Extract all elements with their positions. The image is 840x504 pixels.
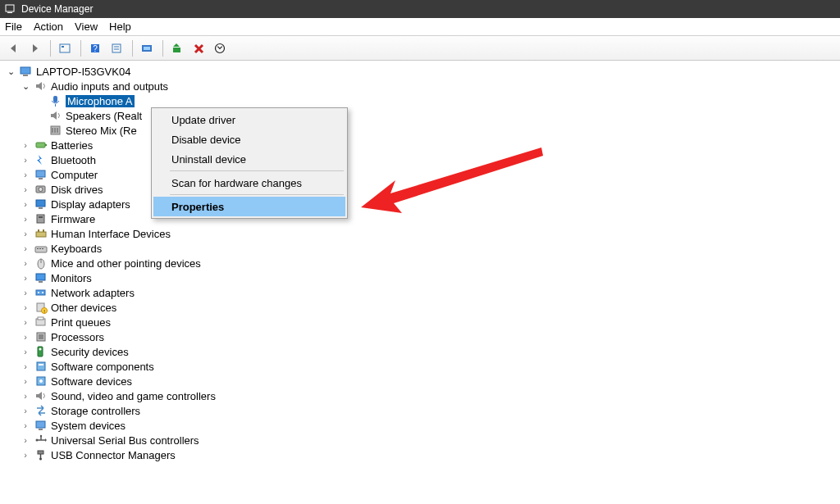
tree-category-audio[interactable]: ⌄ Audio inputs and outputs bbox=[2, 79, 840, 93]
svg-rect-10 bbox=[144, 47, 150, 50]
svg-rect-49 bbox=[38, 317, 43, 320]
category-icon bbox=[34, 212, 48, 225]
tree-root[interactable]: ⌄ LAPTOP-I53GVK04 bbox=[2, 64, 840, 79]
menu-action[interactable]: Action bbox=[34, 20, 63, 33]
svg-rect-2 bbox=[60, 44, 70, 52]
category-label: Processors bbox=[51, 331, 104, 343]
tree-item-stereomix[interactable]: Stereo Mix (Re bbox=[2, 123, 840, 138]
forward-button[interactable] bbox=[26, 39, 44, 57]
category-label: Audio inputs and outputs bbox=[51, 80, 168, 93]
tree-category[interactable]: ›Monitors bbox=[2, 270, 840, 285]
category-icon bbox=[34, 330, 48, 343]
tree-category[interactable]: ›Human Interface Devices bbox=[2, 226, 840, 241]
tree-category[interactable]: ›Batteries bbox=[2, 138, 840, 152]
titlebar: Device Manager bbox=[0, 0, 840, 18]
category-icon: ! bbox=[34, 301, 48, 314]
category-icon bbox=[34, 138, 48, 152]
category-icon bbox=[34, 389, 48, 402]
tree-item-speakers[interactable]: Speakers (Realt bbox=[2, 108, 840, 123]
device-label: Microphone A bbox=[66, 95, 135, 107]
chevron-right-icon[interactable]: › bbox=[20, 434, 31, 446]
category-icon bbox=[34, 257, 48, 270]
chevron-right-icon[interactable]: › bbox=[20, 184, 31, 195]
tree-category[interactable]: ›Software components bbox=[2, 359, 840, 374]
chevron-right-icon[interactable]: › bbox=[20, 287, 31, 298]
help-button[interactable]: ? bbox=[87, 39, 105, 57]
chevron-right-icon[interactable]: › bbox=[20, 198, 31, 210]
tree-category[interactable]: ›!Other devices bbox=[2, 300, 840, 315]
chevron-right-icon[interactable]: › bbox=[20, 346, 31, 357]
scan-button[interactable] bbox=[139, 39, 157, 57]
tree-category[interactable]: ›Mice and other pointing devices bbox=[2, 256, 840, 270]
ctx-properties[interactable]: Properties bbox=[153, 197, 345, 216]
chevron-right-icon[interactable]: › bbox=[20, 375, 31, 387]
svg-rect-31 bbox=[36, 232, 46, 237]
tree-item-microphone[interactable]: Microphone A bbox=[2, 93, 840, 108]
chevron-right-icon[interactable]: › bbox=[20, 302, 31, 313]
menu-view[interactable]: View bbox=[75, 20, 98, 33]
tree-category[interactable]: ›Processors bbox=[2, 329, 840, 344]
category-icon bbox=[34, 286, 48, 299]
menu-help[interactable]: Help bbox=[109, 20, 131, 33]
category-icon bbox=[34, 404, 48, 417]
properties-button[interactable] bbox=[108, 39, 126, 57]
chevron-right-icon[interactable]: › bbox=[20, 257, 31, 269]
category-label: Software devices bbox=[51, 375, 132, 388]
chevron-right-icon[interactable]: › bbox=[20, 361, 31, 372]
ctx-disable-device[interactable]: Disable device bbox=[153, 129, 345, 149]
tree-category[interactable]: ›Computer bbox=[2, 167, 840, 182]
tree-category[interactable]: ›Security devices bbox=[2, 344, 840, 359]
svg-rect-37 bbox=[42, 248, 43, 249]
category-label: Disk drives bbox=[51, 184, 103, 196]
category-label: Software components bbox=[51, 361, 154, 373]
tree-category[interactable]: ›Bluetooth bbox=[2, 152, 840, 167]
tree-category[interactable]: ›Display adapters bbox=[2, 197, 840, 211]
chevron-right-icon[interactable]: › bbox=[20, 139, 31, 151]
speaker-icon bbox=[34, 79, 48, 93]
ctx-uninstall-device[interactable]: Uninstall device bbox=[153, 149, 345, 169]
device-tree[interactable]: ⌄ LAPTOP-I53GVK04 ⌄ Audio inputs and out… bbox=[0, 61, 840, 465]
svg-rect-42 bbox=[36, 290, 45, 295]
category-label: Monitors bbox=[51, 272, 92, 284]
category-icon bbox=[34, 153, 48, 166]
tree-category[interactable]: ›USB Connector Managers bbox=[2, 447, 840, 462]
svg-rect-22 bbox=[45, 144, 47, 146]
tree-category[interactable]: ›Network adapters bbox=[2, 285, 840, 300]
uninstall-button[interactable] bbox=[190, 39, 208, 57]
chevron-right-icon[interactable]: › bbox=[20, 169, 31, 180]
computer-icon bbox=[20, 65, 33, 78]
chevron-right-icon[interactable]: › bbox=[20, 390, 31, 402]
disable-button[interactable] bbox=[212, 39, 230, 57]
tree-category[interactable]: ›Print queues bbox=[2, 315, 840, 329]
chevron-down-icon[interactable]: ⌄ bbox=[20, 80, 31, 92]
ctx-scan-hardware[interactable]: Scan for hardware changes bbox=[153, 173, 345, 193]
tree-category[interactable]: ›Sound, video and game controllers bbox=[2, 388, 840, 403]
tree-category[interactable]: ›Universal Serial Bus controllers bbox=[2, 433, 840, 447]
chevron-right-icon[interactable]: › bbox=[20, 316, 31, 328]
chevron-right-icon[interactable]: › bbox=[20, 405, 31, 416]
chevron-down-icon[interactable]: ⌄ bbox=[5, 66, 16, 77]
chevron-right-icon[interactable]: › bbox=[20, 449, 31, 461]
menu-file[interactable]: File bbox=[5, 20, 22, 33]
chevron-right-icon[interactable]: › bbox=[20, 331, 31, 343]
tree-category[interactable]: ›Firmware bbox=[2, 211, 840, 226]
tree-category[interactable]: ›Keyboards bbox=[2, 241, 840, 256]
back-button[interactable] bbox=[5, 39, 23, 57]
tree-category[interactable]: ›Storage controllers bbox=[2, 403, 840, 418]
svg-rect-64 bbox=[38, 451, 43, 454]
chevron-right-icon[interactable]: › bbox=[20, 272, 31, 284]
tree-category[interactable]: ›Disk drives bbox=[2, 182, 840, 197]
chevron-right-icon[interactable]: › bbox=[20, 243, 31, 254]
category-icon bbox=[34, 242, 48, 255]
category-icon bbox=[34, 316, 48, 329]
app-icon bbox=[5, 3, 16, 15]
tree-category[interactable]: ›Software devices bbox=[2, 374, 840, 388]
chevron-right-icon[interactable]: › bbox=[20, 228, 31, 239]
ctx-update-driver[interactable]: Update driver bbox=[153, 110, 345, 129]
update-driver-button[interactable] bbox=[169, 39, 187, 57]
chevron-right-icon[interactable]: › bbox=[20, 420, 31, 431]
tree-category[interactable]: ›System devices bbox=[2, 418, 840, 433]
show-hidden-button[interactable] bbox=[57, 39, 75, 57]
chevron-right-icon[interactable]: › bbox=[20, 213, 31, 225]
chevron-right-icon[interactable]: › bbox=[20, 154, 31, 166]
